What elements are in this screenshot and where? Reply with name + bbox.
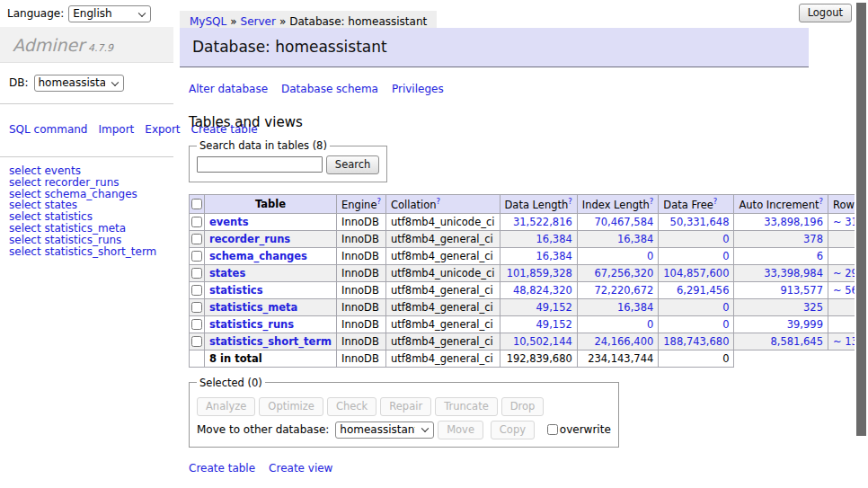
auto-increment-cell: 39,999: [734, 315, 828, 333]
sidebar-select-link[interactable]: select statistics_short_term: [9, 245, 156, 258]
search-input[interactable]: [197, 156, 323, 173]
row-checkbox[interactable]: [191, 302, 202, 313]
collation-cell: utf8mb4_unicode_ci: [385, 264, 500, 281]
index-length-cell: 70,467,584: [577, 213, 659, 230]
create-links: Create tableCreate view: [189, 462, 809, 475]
auto-increment-cell: 913,577: [734, 281, 828, 298]
collation-cell: utf8mb4_general_ci: [385, 315, 500, 333]
index-length-cell: 234,143,744: [577, 350, 659, 367]
app-name: Adminer: [13, 35, 84, 55]
column-header: Data Length?: [500, 195, 577, 214]
sidebar-link-import[interactable]: Import: [98, 123, 134, 136]
collation-cell: utf8mb4_general_ci: [385, 350, 500, 367]
overwrite-checkbox[interactable]: [547, 424, 558, 435]
help-link[interactable]: ?: [650, 197, 654, 206]
language-label: Language:: [7, 7, 64, 20]
logout-button[interactable]: Logout: [799, 4, 852, 22]
data-length-cell: 16,384: [500, 230, 577, 247]
select-all-checkbox[interactable]: [191, 199, 202, 209]
engine-cell: InnoDB: [337, 230, 386, 247]
table-row: statistics_short_termInnoDButf8mb4_gener…: [190, 333, 868, 350]
column-header: Data Free?: [659, 195, 734, 214]
table-link[interactable]: statistics_short_term: [209, 335, 332, 348]
column-header: Auto Increment?: [734, 195, 828, 214]
link-database-schema[interactable]: Database schema: [281, 83, 378, 95]
table-row: statistics_runsInnoDButf8mb4_general_ci4…: [190, 315, 868, 333]
vertical-scrollbar[interactable]: [855, 0, 868, 488]
table-link[interactable]: statistics_runs: [209, 318, 294, 331]
help-link[interactable]: ?: [568, 197, 572, 206]
row-checkbox[interactable]: [191, 285, 202, 296]
search-fieldset: Search data in tables (8) Search: [189, 139, 387, 182]
data-free-cell: 0: [659, 230, 734, 247]
collation-cell: utf8mb4_general_ci: [385, 247, 500, 264]
row-checkbox[interactable]: [191, 217, 202, 227]
table-link[interactable]: states: [209, 267, 245, 279]
help-link[interactable]: ?: [437, 197, 441, 206]
table-link[interactable]: recorder_runs: [209, 233, 290, 245]
database-action-links: Alter databaseDatabase schemaPrivileges: [189, 83, 809, 95]
engine-cell: InnoDB: [337, 333, 386, 350]
table-row: statesInnoDButf8mb4_unicode_ci101,859,32…: [190, 264, 868, 281]
data-free-cell: 6,291,456: [659, 281, 734, 298]
help-link[interactable]: ?: [713, 197, 718, 206]
drop-button[interactable]: Drop: [501, 397, 545, 416]
link-privileges[interactable]: Privileges: [392, 83, 444, 95]
main-content: Database: homeassistant Alter databaseDa…: [180, 22, 809, 488]
data-length-cell: 31,522,816: [500, 213, 577, 230]
data-free-cell: 0: [659, 247, 734, 264]
row-checkbox[interactable]: [191, 319, 202, 330]
engine-cell: InnoDB: [337, 247, 386, 264]
collation-cell: utf8mb4_unicode_ci: [385, 213, 500, 230]
engine-cell: InnoDB: [337, 298, 386, 315]
table-link[interactable]: statistics: [209, 284, 263, 297]
data-free-cell: 0: [659, 298, 734, 315]
index-length-cell: 24,166,400: [577, 333, 659, 350]
link-create-view[interactable]: Create view: [269, 462, 332, 475]
auto-increment-cell: 6: [734, 247, 828, 264]
sidebar-link-export[interactable]: Export: [145, 123, 180, 136]
scrollbar-thumb[interactable]: [856, 3, 866, 436]
data-free-cell: 104,857,600: [659, 264, 734, 281]
table-link[interactable]: events: [209, 216, 249, 228]
engine-cell: InnoDB: [337, 350, 386, 367]
repair-button[interactable]: Repair: [380, 397, 431, 416]
row-checkbox[interactable]: [191, 234, 202, 244]
row-checkbox[interactable]: [191, 336, 202, 347]
move-label: Move to other database:: [197, 423, 329, 436]
move-db-select[interactable]: homeassistant: [335, 421, 434, 439]
search-button[interactable]: Search: [326, 155, 380, 174]
auto-increment-cell: 33,398,984: [734, 264, 828, 281]
table-link[interactable]: statistics_meta: [209, 301, 297, 314]
selected-legend: Selected (0): [197, 377, 265, 389]
help-superscript: ?: [713, 197, 718, 206]
move-button[interactable]: Move: [438, 421, 483, 439]
sidebar-table-list: select eventsselect recorder_runsselect …: [0, 165, 173, 257]
link-create-table[interactable]: Create table: [189, 462, 255, 475]
row-checkbox[interactable]: [191, 268, 202, 279]
truncate-button[interactable]: Truncate: [435, 397, 498, 416]
table-link[interactable]: schema_changes: [209, 250, 307, 262]
app-logo: Adminer4.7.9: [0, 27, 173, 63]
check-button[interactable]: Check: [327, 397, 376, 416]
db-label: DB:: [9, 76, 29, 89]
data-length-cell: 16,384: [500, 247, 577, 264]
language-select[interactable]: English: [68, 5, 151, 22]
data-length-cell: 192,839,680: [500, 350, 577, 367]
table-header-row: TableEngine?Collation?Data Length?Index …: [190, 195, 868, 214]
help-link[interactable]: ?: [819, 197, 823, 206]
link-alter-database[interactable]: Alter database: [189, 83, 268, 95]
tables-overview: TableEngine?Collation?Data Length?Index …: [189, 194, 868, 368]
analyze-button[interactable]: Analyze: [197, 397, 255, 416]
divider: [0, 103, 173, 104]
copy-button[interactable]: Copy: [491, 421, 535, 439]
help-superscript: ?: [568, 197, 572, 206]
sidebar-link-sql-command[interactable]: SQL command: [9, 123, 87, 136]
help-link[interactable]: ?: [376, 197, 381, 206]
row-checkbox[interactable]: [191, 251, 202, 262]
optimize-button[interactable]: Optimize: [259, 397, 323, 416]
collation-cell: utf8mb4_general_ci: [385, 281, 500, 298]
db-select[interactable]: homeassistant: [34, 75, 124, 92]
sidebar-links: SQL commandImportExportCreate table: [0, 115, 162, 146]
engine-cell: InnoDB: [337, 281, 386, 298]
